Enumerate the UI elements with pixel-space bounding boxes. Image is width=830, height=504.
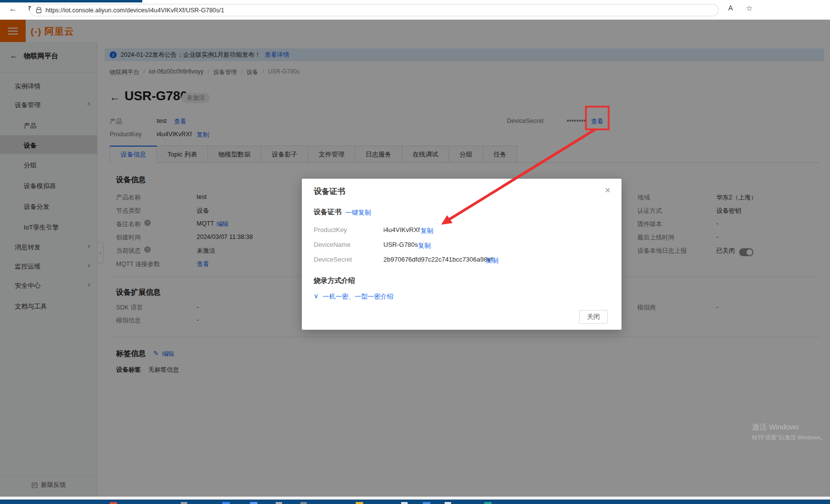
taskbar-app-icon[interactable] (300, 502, 307, 504)
copy-link[interactable]: 复制 (420, 227, 433, 235)
burn-method-heading: 烧录方式介绍 (314, 276, 355, 285)
copy-link[interactable]: 复制 (486, 256, 498, 265)
tab-file-mgmt[interactable]: 文件管理 (308, 146, 355, 162)
sidebar-item-device-distribution[interactable]: 设备分发 (24, 202, 49, 211)
sidebar-selected-band (0, 135, 97, 154)
chevron-down-icon[interactable]: ∨ (87, 262, 91, 269)
windows-taskbar[interactable] (0, 500, 830, 504)
sidebar-back-icon[interactable]: ← (10, 51, 18, 60)
breadcrumb-instance[interactable]: iot-06z00c0h9r6voyy (143, 68, 204, 77)
tag-label: 设备标签 (116, 366, 141, 374)
watermark-line2: 转到"设置"以激活 Windows。 (752, 434, 826, 441)
taskbar-app-icon[interactable] (401, 502, 408, 504)
sidebar-item-docs-tools[interactable]: 文档与工具 (15, 302, 47, 311)
copy-link[interactable]: 复制 (418, 241, 431, 250)
chevron-down-icon[interactable]: ∨ (314, 292, 319, 300)
taskbar-app-icon[interactable] (276, 502, 282, 504)
sidebar-item-product[interactable]: 产品 (24, 121, 37, 130)
sidebar-item-security-center[interactable]: 安全中心 (15, 281, 41, 290)
breadcrumb-device-mgmt[interactable]: 设备管理 (208, 68, 237, 77)
chevron-down-icon[interactable]: ∨ (87, 281, 91, 288)
row-label: 最后上线时间 (637, 233, 674, 242)
taskbar-app-icon[interactable] (110, 502, 117, 504)
local-log-toggle[interactable] (739, 248, 753, 256)
row-value: test (197, 194, 207, 200)
lock-icon (36, 7, 42, 13)
taskbar-app-icon[interactable] (222, 502, 230, 504)
sidebar-item-group[interactable]: 分组 (24, 161, 37, 170)
productkey-label: ProductKey (110, 131, 142, 138)
close-icon[interactable]: × (605, 185, 611, 196)
row-label: 创建时间 (116, 233, 141, 242)
sidebar-item-device-mgmt[interactable]: 设备管理 (15, 101, 41, 110)
remark-edit-link[interactable]: 编辑 (216, 220, 229, 229)
windows-activation-watermark: 激活 Windows 转到"设置"以激活 Windows。 (752, 423, 826, 441)
browser-back-icon[interactable]: ← (9, 4, 17, 14)
row-label: 模组信息 (116, 316, 141, 325)
announcement-link[interactable]: 查看详情 (264, 51, 289, 59)
row-value: 华东2（上海） (716, 194, 757, 202)
row-value: MQTT (197, 220, 214, 227)
sidebar-item-instance-detail[interactable]: 实例详情 (15, 82, 41, 91)
read-aloud-icon[interactable]: A (728, 4, 733, 12)
help-icon[interactable]: ? (144, 220, 151, 226)
sidebar-item-device-simulator[interactable]: 设备模拟器 (24, 182, 56, 191)
tab-topic-list[interactable]: Topic 列表 (157, 146, 208, 162)
row-label: 认证方式 (637, 207, 662, 215)
taskbar-app-icon[interactable] (181, 502, 187, 504)
sidebar-item-monitoring-ops[interactable]: 监控运维 (15, 262, 41, 271)
breadcrumb-device[interactable]: 设备 (241, 68, 258, 77)
taskbar-app-icon[interactable] (356, 502, 363, 504)
watermark-line1: 激活 Windows (752, 423, 826, 432)
sidebar-item-device[interactable]: 设备 (24, 141, 37, 150)
product-view-link[interactable]: 查看 (174, 117, 186, 126)
tab-device-info[interactable]: 设备信息 (110, 146, 157, 163)
announcement-banner: i 2024-01-22发布公告：企业版实例1月新功能发布！ 查看详情 (105, 48, 824, 61)
chevron-up-icon[interactable]: ∧ (87, 101, 91, 107)
favorite-star-icon[interactable]: ☆ (746, 4, 752, 13)
row-value: 未激活 (197, 247, 215, 255)
row-value: 已关闭 (716, 247, 735, 255)
tab-log-service[interactable]: 日志服务 (355, 146, 402, 162)
tab-task[interactable]: 任务 (483, 146, 517, 162)
aliyun-logo[interactable]: (-) 阿里云 (31, 25, 74, 38)
row-label: MQTT 连接参数 (116, 260, 160, 269)
sidebar-collapse-handle[interactable]: ‹ (97, 242, 104, 264)
browser-url-bar[interactable]: https://iot.console.aliyun.com/devices/i… (30, 4, 719, 16)
tag-edit-link[interactable]: 编辑 (162, 350, 174, 358)
status-badge: 未激活 (181, 93, 210, 103)
sidebar-item-message-forwarding[interactable]: 消息转发 (15, 243, 41, 252)
divider (0, 72, 97, 73)
breadcrumb-platform[interactable]: 物联网平台 (110, 68, 139, 77)
devicesecret-view-link[interactable]: 查看 (591, 117, 603, 126)
productkey-copy-link[interactable]: 复制 (197, 131, 209, 139)
device-tabs: 设备信息 Topic 列表 物模型数据 设备影子 文件管理 日志服务 在线调试 … (110, 146, 819, 163)
tab-device-shadow[interactable]: 设备影子 (261, 146, 308, 162)
console-top-nav: (-) 阿里云 ⌂ 工作台 ▤ 账号全部资源 ∨ 华东2 (上海) ∨ 费用 I… (0, 20, 830, 42)
row-value: - (716, 304, 718, 310)
burn-method-link[interactable]: 一机一密、一型一密介绍 (323, 292, 393, 301)
chevron-down-icon[interactable]: ∨ (87, 243, 91, 249)
taskbar-app-icon[interactable] (423, 502, 430, 504)
mqtt-params-view-link[interactable]: 查看 (197, 260, 209, 269)
taskbar-app-icon[interactable] (250, 502, 257, 504)
taskbar-app-icon[interactable] (484, 502, 492, 504)
productkey-value: i4u4VIKvRXf (157, 131, 192, 138)
row-label: 设备本地日志上报 (637, 247, 687, 255)
menu-icon[interactable] (0, 20, 26, 42)
feedback-icon (32, 482, 38, 488)
pencil-icon: ✎ (153, 349, 159, 357)
sidebar-item-iot-twin[interactable]: IoT孪生引擎 (24, 223, 59, 232)
feedback-button[interactable]: 新版反馈 (32, 481, 66, 489)
tab-group[interactable]: 分组 (449, 146, 483, 162)
help-icon[interactable]: ? (144, 246, 151, 253)
page-back-icon[interactable]: ← (110, 91, 120, 103)
taskbar-app-icon[interactable] (445, 502, 451, 504)
tab-online-debug[interactable]: 在线调试 (402, 146, 449, 162)
breadcrumb-current: USR-G780s (262, 68, 300, 77)
copy-all-link[interactable]: 一键复制 (345, 208, 371, 217)
tag-info-heading: 标签信息 (116, 349, 146, 358)
tab-thing-model-data[interactable]: 物模型数据 (208, 146, 261, 162)
modal-row-label: DeviceName (314, 241, 350, 248)
modal-close-button[interactable]: 关闭 (579, 310, 608, 324)
